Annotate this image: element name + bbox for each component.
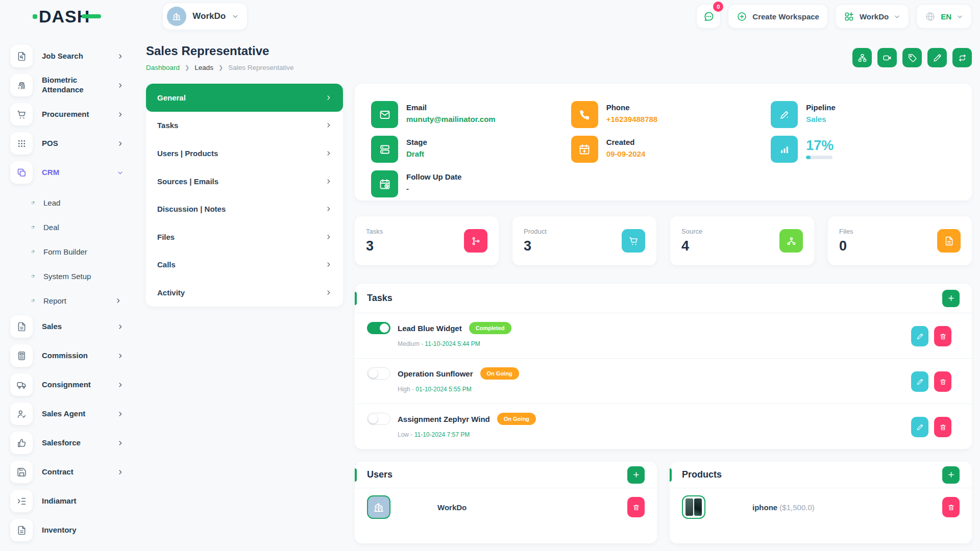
task-complete-toggle[interactable] <box>367 367 390 380</box>
menu-item-files[interactable]: Files <box>146 223 343 251</box>
product-price: ($1,500.0) <box>779 503 814 512</box>
breadcrumb-dashboard[interactable]: Dashboard <box>146 64 180 71</box>
edit-task-button[interactable] <box>911 371 928 392</box>
info-progress: 17% <box>771 136 955 163</box>
chevron-right-icon <box>117 440 124 446</box>
edit-task-button[interactable] <box>911 417 928 437</box>
globe-icon <box>925 11 936 22</box>
video-call-button[interactable] <box>877 48 897 67</box>
edit-task-button[interactable] <box>911 326 928 346</box>
delete-task-button[interactable] <box>934 371 951 392</box>
chevron-right-icon <box>325 178 332 185</box>
create-workspace-button[interactable]: Create Workspace <box>728 4 828 29</box>
sidebar-item-commission[interactable]: Commission <box>10 344 138 367</box>
add-user-button[interactable] <box>627 466 645 484</box>
sidebar-item-sales-agent[interactable]: Sales Agent <box>10 403 138 425</box>
current-workspace-pill[interactable]: WorkDo <box>162 3 248 30</box>
menu-item-users-products[interactable]: Users | Products <box>146 139 343 167</box>
tasks-section: Tasks Lead Blue Widget Completed Medium … <box>355 284 972 449</box>
floppy-icon <box>10 461 33 483</box>
menu-item-calls[interactable]: Calls <box>146 251 343 279</box>
file-icon <box>10 315 33 338</box>
sidebar-item-contract[interactable]: Contract <box>10 461 138 483</box>
product-image <box>682 495 705 519</box>
sidebar-subitem-lead[interactable]: Lead <box>10 190 138 215</box>
task-name: Assignment Zephyr Wind <box>398 415 490 423</box>
sidebar-item-indiamart[interactable]: Indiamart <box>10 490 138 512</box>
workspace-switcher[interactable]: WorkDo <box>835 4 909 29</box>
convert-lead-button[interactable] <box>952 48 972 67</box>
workspace-avatar <box>167 7 186 26</box>
remove-user-button[interactable] <box>627 497 645 517</box>
labels-button[interactable] <box>902 48 922 67</box>
menu-item-tasks[interactable]: Tasks <box>146 112 343 140</box>
sidebar-item-sales[interactable]: Sales <box>10 315 138 338</box>
language-selector[interactable]: EN <box>916 4 972 29</box>
messages-badge: 0 <box>713 2 723 12</box>
user-avatar <box>367 495 390 519</box>
task-priority: High - <box>398 386 415 393</box>
sidebar-subitem-report[interactable]: Report <box>10 288 138 313</box>
trash-icon <box>939 378 947 386</box>
chevron-right-icon: ❯ <box>185 64 189 71</box>
stat-files: Files0 <box>828 216 972 265</box>
sidebar-item-pos[interactable]: POS <box>10 132 138 155</box>
convert-icon <box>958 53 967 63</box>
menu-item-discussion-notes[interactable]: Discussion | Notes <box>146 195 343 223</box>
task-complete-toggle[interactable] <box>367 322 390 334</box>
sidebar-subitem-deal[interactable]: Deal <box>10 215 138 239</box>
menu-item-sources-emails[interactable]: Sources | Emails <box>146 167 343 195</box>
logo-dash-icon <box>82 14 101 18</box>
remove-product-button[interactable] <box>942 497 960 517</box>
chevron-down-icon <box>117 169 124 176</box>
tasks-section-title: Tasks <box>367 293 393 304</box>
sidebar-item-crm[interactable]: CRM <box>10 161 138 184</box>
sidebar-item-consignment[interactable]: Consignment <box>10 373 138 396</box>
add-task-button[interactable] <box>942 290 960 307</box>
sidebar-subitem-system-setup[interactable]: System Setup <box>10 264 138 288</box>
chevron-right-icon <box>117 382 124 388</box>
chevron-down-icon <box>957 13 963 20</box>
chevron-right-icon <box>117 323 124 330</box>
menu-item-general[interactable]: General <box>146 84 343 112</box>
progress-bar <box>806 156 832 159</box>
delete-task-button[interactable] <box>934 417 951 437</box>
task-complete-toggle[interactable] <box>367 413 390 425</box>
sidebar-item-procurement[interactable]: Procurement <box>10 103 138 126</box>
doc-search-icon <box>10 45 33 67</box>
trash-icon <box>632 504 640 511</box>
task-datetime: 11-10-2024 5:44 PM <box>425 340 480 347</box>
task-priority: Low - <box>398 431 414 438</box>
breadcrumb-current: Sales Representative <box>228 64 293 71</box>
sidebar-subitem-form-builder[interactable]: Form Builder <box>10 239 138 264</box>
email-value: munuty@mailinator.com <box>406 115 496 123</box>
edit-lead-button[interactable] <box>927 48 947 67</box>
file-icon <box>937 229 961 253</box>
sidebar-item-job-search[interactable]: Job Search <box>10 45 138 67</box>
page-title: Sales Representative <box>146 44 294 58</box>
trash-icon <box>939 423 947 431</box>
info-phone: Phone+16239488788 <box>571 101 756 128</box>
add-product-button[interactable] <box>942 466 960 484</box>
product-name: iphone ($1,500.0) <box>752 503 815 512</box>
plus-icon <box>947 470 955 479</box>
trash-icon <box>939 333 947 340</box>
phone-icon <box>571 101 598 128</box>
messages-button[interactable]: 0 <box>696 4 721 29</box>
info-stage: StageDraft <box>371 136 556 163</box>
sidebar-item-inventory[interactable]: Inventory <box>10 519 138 541</box>
chevron-right-icon <box>117 111 124 118</box>
chevron-right-icon <box>325 234 332 240</box>
info-email: Emailmunuty@mailinator.com <box>371 101 556 128</box>
building-icon <box>373 501 385 513</box>
sidebar-item-salesforce[interactable]: Salesforce <box>10 432 138 454</box>
calendar-plus-icon <box>571 136 598 163</box>
breadcrumb-leads[interactable]: Leads <box>194 64 213 71</box>
delete-task-button[interactable] <box>934 326 951 346</box>
fingerprint-icon <box>10 74 33 96</box>
menu-item-activity[interactable]: Activity <box>146 279 343 307</box>
breadcrumb: Dashboard ❯ Leads ❯ Sales Representative <box>146 64 294 71</box>
products-section: Products iphone ($1,500.0) <box>670 462 972 543</box>
pipeline-view-button[interactable] <box>852 48 872 67</box>
sidebar-item-biometric-attendance[interactable]: Biometric Attendance <box>10 74 138 96</box>
